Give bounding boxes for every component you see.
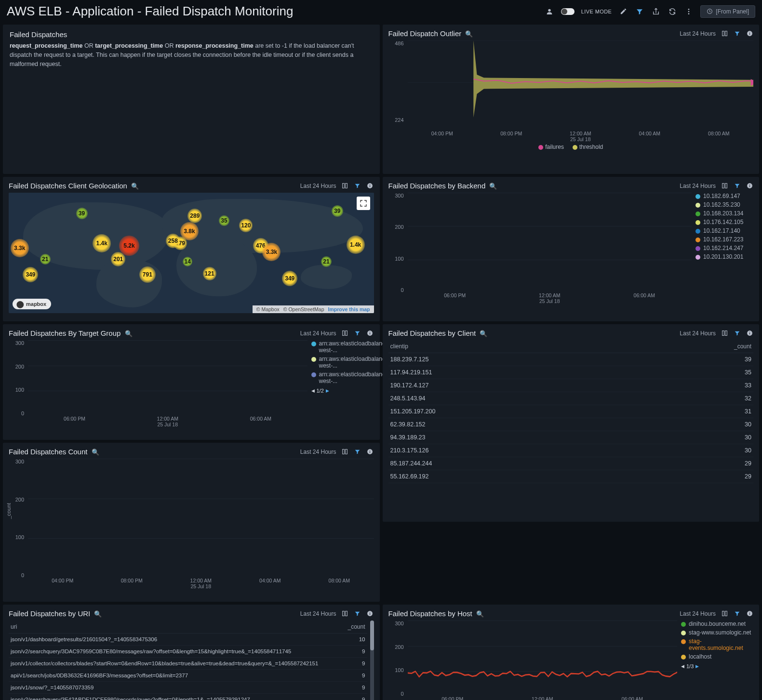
legend-paging[interactable]: ◀1/3▶ xyxy=(681,663,699,669)
info-icon[interactable] xyxy=(746,330,753,337)
table-row[interactable]: 117.94.219.15135 xyxy=(388,366,754,379)
svg-point-2 xyxy=(688,11,690,12)
map-bubble[interactable]: 120 xyxy=(239,219,253,232)
legend-paging[interactable]: ◀1/2▶ xyxy=(311,388,329,394)
map-bubble[interactable]: 3.8k xyxy=(180,222,199,240)
filter-icon[interactable] xyxy=(733,610,741,618)
magnifier-icon[interactable]: 🔍 xyxy=(476,610,484,618)
compare-icon[interactable] xyxy=(721,610,728,618)
magnifier-icon[interactable]: 🔍 xyxy=(480,330,487,337)
info-icon[interactable] xyxy=(746,182,753,190)
info-icon[interactable] xyxy=(366,182,374,190)
scrollbar[interactable] xyxy=(370,621,374,700)
info-icon[interactable] xyxy=(746,610,753,618)
filter-icon[interactable] xyxy=(733,330,741,337)
compare-icon[interactable] xyxy=(341,330,349,337)
table-row[interactable]: 85.187.244.24429 xyxy=(388,457,754,470)
time-range-label: Last 24 Hours xyxy=(680,30,716,37)
table-row[interactable]: json/v2/searchquery/3DAC97959C0B7E80/mes… xyxy=(9,646,367,658)
compare-icon[interactable] xyxy=(721,330,728,337)
edit-icon[interactable] xyxy=(618,7,628,16)
table-row[interactable]: 248.5.143.9432 xyxy=(388,392,754,405)
table-row[interactable]: 151.205.197.20031 xyxy=(388,405,754,418)
map-bubble[interactable]: 3.3k xyxy=(262,243,281,261)
map-bubble[interactable]: 21 xyxy=(40,254,51,264)
map-bubble[interactable]: 121 xyxy=(203,267,216,280)
time-range-label: Last 24 Hours xyxy=(300,330,336,337)
panel-target-group: Failed Dispatches By Target Group 🔍 Last… xyxy=(3,324,380,440)
mapbox-logo: ⬤mapbox xyxy=(13,299,51,309)
panel-title: Failed Dispatches by URI 🔍 xyxy=(9,609,102,618)
magnifier-icon[interactable]: 🔍 xyxy=(489,183,497,190)
table-row[interactable]: json/v1/snow/?_=14055870733599 xyxy=(9,682,367,694)
refresh-icon[interactable] xyxy=(668,7,677,16)
filter-icon[interactable] xyxy=(733,182,741,190)
filter-icon[interactable] xyxy=(354,610,361,618)
info-icon[interactable] xyxy=(366,448,374,456)
table-row[interactable]: 190.172.4.12733 xyxy=(388,379,754,392)
panel-failed-dispatches-text: Failed Dispatches request_processing_tim… xyxy=(3,25,380,174)
map-bubble[interactable]: 791 xyxy=(139,266,156,283)
outlier-legend: failures threshold xyxy=(388,144,754,150)
improve-map-link[interactable]: Improve this map xyxy=(328,306,370,312)
table-row[interactable]: 210.3.175.12630 xyxy=(388,444,754,457)
map-bubble[interactable]: 258 xyxy=(166,234,180,248)
svg-rect-14 xyxy=(722,184,724,188)
info-icon[interactable] xyxy=(746,30,753,38)
panel-client-table: Failed Dispatches by Client 🔍 Last 24 Ho… xyxy=(383,324,760,522)
svg-rect-5 xyxy=(722,31,724,36)
table-row[interactable]: json/v1/dashboard/getresults/21601504?_=… xyxy=(9,634,367,646)
magnifier-icon[interactable]: 🔍 xyxy=(125,330,133,337)
filter-icon[interactable] xyxy=(733,30,741,38)
map-bubble[interactable]: 3.3k xyxy=(11,239,29,257)
info-icon[interactable] xyxy=(366,610,374,618)
compare-icon[interactable] xyxy=(721,30,728,38)
map-bubble[interactable]: 349 xyxy=(23,267,38,282)
table-row[interactable]: 94.39.189.2330 xyxy=(388,431,754,444)
from-panel-label: [From Panel] xyxy=(716,8,749,15)
backend-legend: 10.182.69.14710.162.35.23010.168.203.134… xyxy=(695,193,753,304)
filter-icon[interactable] xyxy=(635,7,644,16)
compare-icon[interactable] xyxy=(341,448,349,456)
table-row[interactable]: 55.162.69.19229 xyxy=(388,470,754,483)
magnifier-icon[interactable]: 🔍 xyxy=(94,610,102,618)
magnifier-icon[interactable]: 🔍 xyxy=(131,183,139,190)
filter-icon[interactable] xyxy=(354,330,361,337)
panel-title: Failed Dispatch Outlier 🔍 xyxy=(388,29,473,38)
live-mode-toggle[interactable] xyxy=(561,8,575,15)
filter-icon[interactable] xyxy=(354,182,361,190)
map-bubble[interactable]: 289 xyxy=(187,209,202,223)
compare-icon[interactable] xyxy=(341,610,349,618)
compare-icon[interactable] xyxy=(341,182,349,190)
map-bubble[interactable]: 1.4k xyxy=(347,236,365,254)
user-icon[interactable] xyxy=(545,7,554,16)
table-row[interactable]: json/v1/collector/collectors/blades?star… xyxy=(9,658,367,670)
filter-icon[interactable] xyxy=(354,448,361,456)
map-bubble[interactable]: 35 xyxy=(219,215,229,226)
map-bubble[interactable]: 21 xyxy=(321,256,332,267)
geolocation-map[interactable]: ⬤mapbox © Mapbox © OpenStreetMap Improve… xyxy=(9,193,374,313)
more-icon[interactable] xyxy=(684,7,694,16)
map-bubble[interactable]: 201 xyxy=(111,252,125,266)
map-bubble[interactable]: 14 xyxy=(183,257,192,266)
target-group-legend: arn:aws:elasticloadbalancing:us-west-...… xyxy=(311,340,374,384)
panel-title: Failed Dispatches Count 🔍 xyxy=(9,448,99,456)
table-row[interactable]: 188.239.7.12539 xyxy=(388,353,754,366)
panel-title: Failed Dispatches by Host 🔍 xyxy=(388,609,484,618)
panel-uri-table: Failed Dispatches by URI 🔍 Last 24 Hours… xyxy=(3,605,380,700)
magnifier-icon[interactable]: 🔍 xyxy=(465,30,473,38)
table-row[interactable]: api/v1/search/jobs/0DB3632E41696BF3/mess… xyxy=(9,670,367,682)
share-icon[interactable] xyxy=(651,7,661,16)
magnifier-icon[interactable]: 🔍 xyxy=(92,449,99,456)
table-row[interactable]: json/v2/searchquery/3F42ABDF1DCEF980/rec… xyxy=(9,694,367,700)
map-bubble[interactable]: 1.4k xyxy=(93,234,111,252)
table-row[interactable]: 62.39.82.15230 xyxy=(388,418,754,431)
compare-icon[interactable] xyxy=(721,182,728,190)
info-icon[interactable] xyxy=(366,330,374,337)
map-bubble[interactable]: 39 xyxy=(332,205,343,217)
map-bubble[interactable]: 349 xyxy=(282,271,297,286)
expand-icon[interactable] xyxy=(357,197,370,210)
from-panel-button[interactable]: [From Panel] xyxy=(700,5,755,18)
svg-rect-11 xyxy=(343,184,345,188)
map-bubble[interactable]: 39 xyxy=(76,208,88,219)
